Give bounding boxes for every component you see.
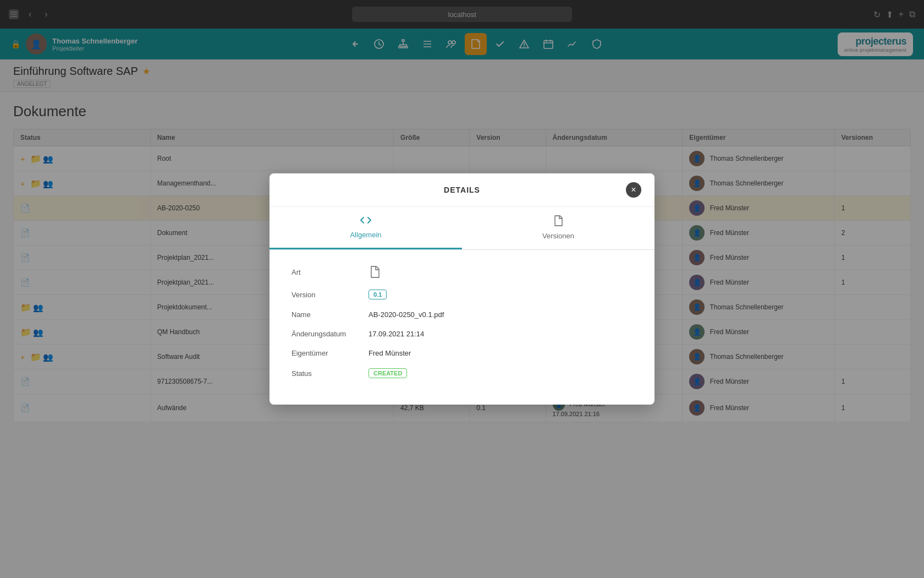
art-value [369, 265, 381, 279]
detail-art-row: Art [292, 265, 632, 279]
owner-value: Fred Münster [369, 349, 411, 357]
status-value: CREATED [369, 368, 407, 378]
document-icon [369, 265, 381, 279]
modal-overlay[interactable]: DETAILS × Allgemein Versionen Art [0, 0, 924, 578]
tab-versionen[interactable]: Versionen [462, 207, 654, 249]
file-versions-icon [552, 215, 564, 230]
details-modal: DETAILS × Allgemein Versionen Art [270, 173, 654, 405]
date-value: 17.09.2021 21:14 [369, 330, 424, 338]
status-created-badge: CREATED [369, 368, 407, 378]
detail-date-row: Änderungsdatum 17.09.2021 21:14 [292, 330, 632, 338]
modal-body: Art Version 0.1 Name AB-2020-0250_v0.1.p… [270, 250, 654, 405]
art-label: Art [292, 268, 369, 276]
detail-status-row: Status CREATED [292, 368, 632, 378]
modal-tabs: Allgemein Versionen [270, 207, 654, 250]
version-tag: 0.1 [369, 290, 387, 299]
tab-versionen-label: Versionen [542, 232, 574, 240]
detail-name-row: Name AB-2020-0250_v0.1.pdf [292, 310, 632, 319]
modal-header: DETAILS × [270, 173, 654, 207]
name-value: AB-2020-0250_v0.1.pdf [369, 310, 444, 319]
tab-allgemein-label: Allgemein [350, 231, 381, 239]
modal-close-button[interactable]: × [626, 182, 641, 198]
modal-title: DETAILS [298, 186, 626, 194]
tab-allgemein[interactable]: Allgemein [270, 207, 462, 249]
name-label: Name [292, 310, 369, 319]
version-label: Version [292, 291, 369, 299]
owner-label: Eigentümer [292, 349, 369, 357]
code-icon [359, 215, 372, 228]
date-label: Änderungsdatum [292, 330, 369, 338]
status-label: Status [292, 369, 369, 378]
version-value: 0.1 [369, 290, 387, 299]
detail-version-row: Version 0.1 [292, 290, 632, 299]
detail-owner-row: Eigentümer Fred Münster [292, 349, 632, 357]
